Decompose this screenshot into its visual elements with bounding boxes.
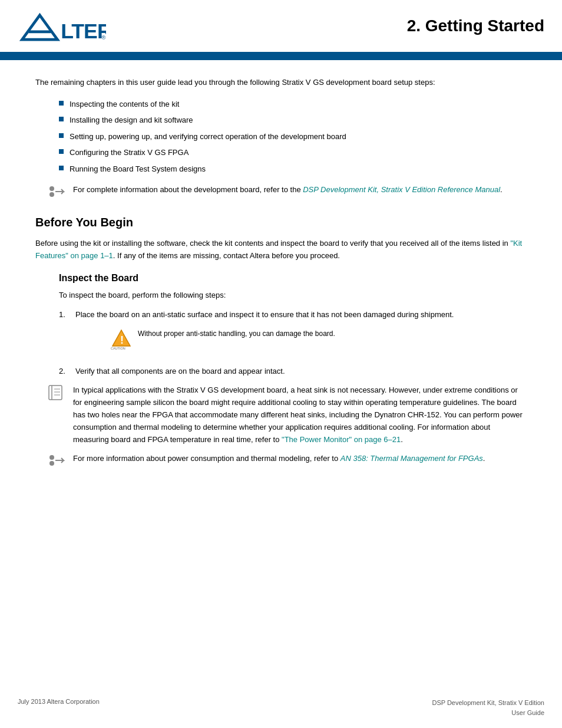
caution-box: ! CAUTION Without proper anti-static han… bbox=[111, 328, 454, 353]
footer-right: DSP Development Kit, Stratix V Edition U… bbox=[432, 698, 544, 717]
footer-right-line2: User Guide bbox=[432, 708, 544, 718]
bullet-list: Inspecting the contents of the kit Insta… bbox=[59, 98, 527, 175]
divider-bar bbox=[0, 52, 562, 60]
power-monitor-link[interactable]: "The Power Monitor" on page 6–21 bbox=[282, 435, 401, 444]
list-item: Installing the design and kit software bbox=[59, 114, 527, 126]
caution-text: Without proper anti-static handling, you… bbox=[138, 328, 335, 339]
note1-link[interactable]: DSP Development Kit, Stratix V Edition R… bbox=[303, 185, 500, 194]
note-callout-1: For complete information about the devel… bbox=[47, 184, 527, 202]
altera-logo: LTERA ® bbox=[18, 11, 106, 43]
note3-text: For more information about power consump… bbox=[73, 453, 485, 465]
svg-text:LTERA: LTERA bbox=[61, 19, 106, 43]
an358-link[interactable]: AN 358: Thermal Management for FPGAs bbox=[340, 454, 483, 463]
svg-point-4 bbox=[49, 186, 54, 191]
pencil-icon bbox=[47, 384, 68, 405]
caution-icon: ! CAUTION bbox=[111, 328, 132, 353]
bullet-icon bbox=[59, 133, 64, 138]
list-item: Inspecting the contents of the kit bbox=[59, 98, 527, 110]
note-callout-3: For more information about power consump… bbox=[47, 453, 527, 470]
svg-point-15 bbox=[49, 461, 54, 466]
header: LTERA ® 2. Getting Started bbox=[0, 0, 562, 45]
bullet-icon bbox=[59, 149, 64, 154]
svg-point-5 bbox=[49, 192, 54, 197]
bullet-icon bbox=[59, 117, 64, 121]
note2-text: In typical applications with the Stratix… bbox=[73, 384, 527, 446]
chapter-title: 2. Getting Started bbox=[407, 11, 544, 35]
inspect-board-intro: To inspect the board, perform the follow… bbox=[59, 289, 527, 302]
footer-left: July 2013 Altera Corporation bbox=[18, 698, 100, 717]
svg-text:®: ® bbox=[102, 35, 106, 41]
footer-right-line1: DSP Development Kit, Stratix V Edition bbox=[432, 698, 544, 708]
before-you-begin-heading: Before You Begin bbox=[35, 216, 527, 229]
bullet-icon bbox=[59, 166, 64, 170]
intro-paragraph: The remaining chapters in this user guid… bbox=[35, 77, 527, 89]
step-1: 1. Place the board on an anti-static sur… bbox=[59, 309, 527, 360]
refer-icon bbox=[47, 185, 68, 202]
page-container: LTERA ® 2. Getting Started The remaining… bbox=[0, 0, 562, 728]
bullet-icon bbox=[59, 101, 64, 106]
refer-icon-2 bbox=[47, 454, 68, 470]
svg-point-14 bbox=[49, 455, 54, 460]
list-item: Running the Board Test System designs bbox=[59, 163, 527, 175]
footer: July 2013 Altera Corporation DSP Develop… bbox=[0, 698, 562, 717]
svg-text:CAUTION: CAUTION bbox=[111, 347, 125, 350]
before-you-begin-text: Before using the kit or installing the s… bbox=[35, 238, 527, 262]
steps-list: 1. Place the board on an anti-static sur… bbox=[59, 309, 527, 378]
content-area: The remaining chapters in this user guid… bbox=[0, 60, 562, 497]
svg-rect-9 bbox=[49, 386, 62, 400]
svg-text:!: ! bbox=[120, 334, 124, 346]
step-2: 2. Verify that all components are on the… bbox=[59, 365, 527, 378]
note-callout-2: In typical applications with the Stratix… bbox=[47, 384, 527, 446]
inspect-board-heading: Inspect the Board bbox=[59, 273, 527, 284]
logo-area: LTERA ® bbox=[18, 11, 112, 45]
note1-text: For complete information about the devel… bbox=[73, 184, 503, 196]
list-item: Setting up, powering up, and verifying c… bbox=[59, 131, 527, 143]
svg-marker-0 bbox=[22, 15, 58, 39]
list-item: Configuring the Stratix V GS FPGA bbox=[59, 147, 527, 159]
